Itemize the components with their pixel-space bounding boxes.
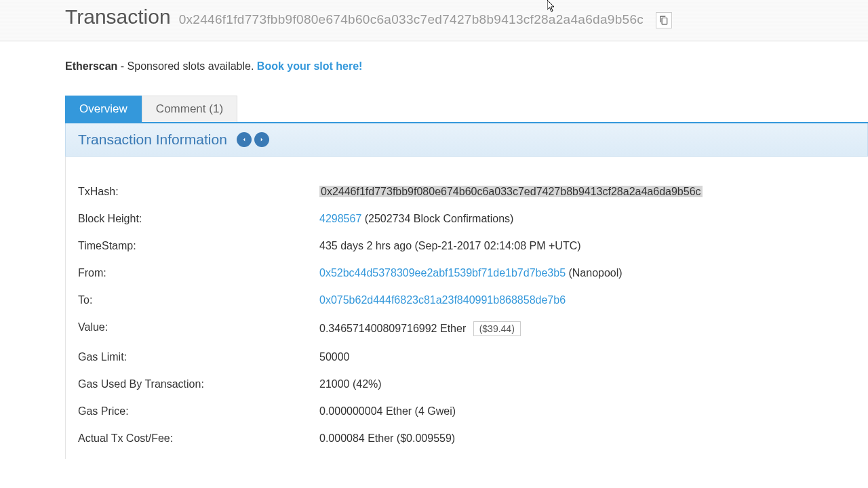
value-txcost: 0.000084 Ether ($0.009559) [319, 432, 455, 445]
prev-tx-button[interactable] [237, 132, 252, 147]
sponsor-link[interactable]: Book your slot here! [257, 60, 363, 72]
row-value: Value: 0.346571400809716992 Ether ($39.4… [78, 314, 856, 344]
label-timestamp: TimeStamp: [78, 240, 319, 252]
row-blockheight: Block Height: 4298567 (2502734 Block Con… [78, 205, 856, 232]
link-from-address[interactable]: 0x52bc44d5378309ee2abf1539bf71de1b7d7be3… [319, 267, 566, 279]
value-eth: 0.346571400809716992 Ether [319, 323, 466, 334]
value-timestamp: 435 days 2 hrs ago (Sep-21-2017 02:14:08… [319, 240, 581, 252]
page-header: Transaction 0x2446f1fd773fbb9f080e674b60… [0, 0, 868, 41]
label-txcost: Actual Tx Cost/Fee: [78, 432, 319, 445]
details-panel: TxHash: 0x2446f1fd773fbb9f080e674b60c6a0… [65, 157, 868, 459]
tab-overview[interactable]: Overview [65, 96, 142, 122]
next-tx-button[interactable] [254, 132, 269, 147]
row-txhash: TxHash: 0x2446f1fd773fbb9f080e674b60c6a0… [78, 178, 856, 205]
value-gasprice: 0.000000004 Ether (4 Gwei) [319, 405, 456, 418]
panel-title: Transaction Information [78, 131, 227, 148]
copy-icon [659, 16, 669, 25]
copy-hash-button[interactable] [656, 12, 672, 28]
value-gaslimit: 50000 [319, 351, 350, 363]
row-gasused: Gas Used By Transaction: 21000 (42%) [78, 371, 856, 398]
value-txhash: 0x2446f1fd773fbb9f080e674b60c6a033c7ed74… [319, 186, 703, 197]
chevron-left-icon [241, 136, 248, 143]
row-timestamp: TimeStamp: 435 days 2 hrs ago (Sep-21-20… [78, 232, 856, 260]
label-to: To: [78, 294, 319, 306]
value-from-suffix: (Nanopool) [566, 267, 623, 279]
row-to: To: 0x075b62d444f6823c81a23f840991b86885… [78, 287, 856, 314]
tab-bar: Overview Comment (1) [65, 96, 868, 123]
value-usd: ($39.44) [473, 321, 521, 336]
row-from: From: 0x52bc44d5378309ee2abf1539bf71de1b… [78, 260, 856, 287]
row-gasprice: Gas Price: 0.000000004 Ether (4 Gwei) [78, 398, 856, 425]
label-blockheight: Block Height: [78, 213, 319, 225]
main-container: Etherscan - Sponsored slots available. B… [0, 41, 868, 459]
link-to-address[interactable]: 0x075b62d444f6823c81a23f840991b868858de7… [319, 294, 566, 306]
chevron-right-icon [258, 136, 265, 143]
tab-comment[interactable]: Comment (1) [142, 96, 237, 122]
label-gasused: Gas Used By Transaction: [78, 378, 319, 390]
row-gaslimit: Gas Limit: 50000 [78, 344, 856, 371]
label-from: From: [78, 267, 319, 279]
header-hash: 0x2446f1fd773fbb9f080e674b60c6a033c7ed74… [179, 12, 644, 27]
label-gasprice: Gas Price: [78, 405, 319, 418]
label-txhash: TxHash: [78, 186, 319, 198]
row-txcost: Actual Tx Cost/Fee: 0.000084 Ether ($0.0… [78, 425, 856, 452]
sponsor-text: - Sponsored slots available. [117, 60, 256, 72]
link-blockheight[interactable]: 4298567 [319, 213, 361, 224]
page-title: Transaction [65, 5, 171, 28]
value-blockconf: (2502734 Block Confirmations) [361, 213, 513, 224]
label-value: Value: [78, 321, 319, 336]
value-gasused: 21000 (42%) [319, 378, 382, 390]
label-gaslimit: Gas Limit: [78, 351, 319, 363]
panel-header: Transaction Information [65, 123, 868, 157]
sponsor-line: Etherscan - Sponsored slots available. B… [65, 60, 868, 73]
sponsor-site: Etherscan [65, 60, 117, 72]
